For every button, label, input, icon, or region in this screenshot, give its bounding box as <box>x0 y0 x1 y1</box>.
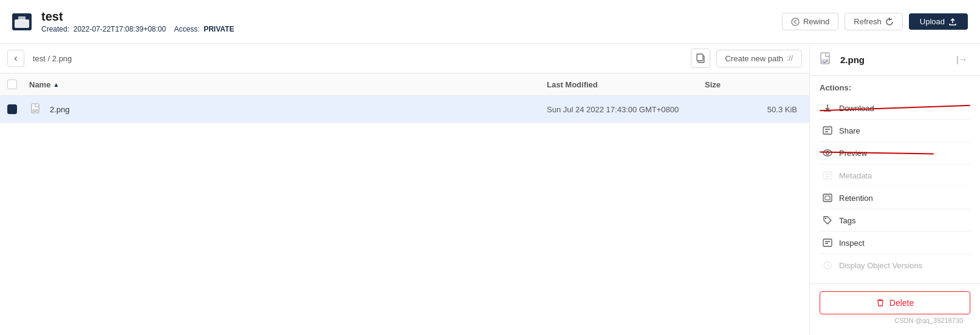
download-label: Download <box>839 104 874 113</box>
preview-icon <box>822 147 833 158</box>
watermark: CSDN @qq_39218730 <box>820 314 970 329</box>
collapse-panel-button[interactable]: |→ <box>953 51 970 68</box>
file-last-modified: Sun Jul 24 2022 17:43:00 GMT+0800 <box>547 105 705 114</box>
inspect-action[interactable]: Inspect <box>820 232 970 254</box>
row-checkbox[interactable] <box>7 104 29 114</box>
last-modified-column-header[interactable]: Last Modified <box>547 80 705 89</box>
retention-icon <box>822 192 833 203</box>
file-icon <box>29 102 44 117</box>
side-panel-title-row: 2.png <box>820 52 865 67</box>
main-area: ‹ test / 2.png Create new path :// <box>0 44 980 335</box>
tags-action[interactable]: Tags <box>820 209 970 232</box>
create-new-path-button[interactable]: Create new path :// <box>716 50 802 67</box>
collapse-icon: |→ <box>956 55 967 64</box>
svg-point-10 <box>823 150 832 156</box>
metadata-label: Metadata <box>839 171 872 180</box>
svg-rect-12 <box>823 172 832 179</box>
back-icon: ‹ <box>14 53 17 64</box>
retention-label: Retention <box>839 194 873 203</box>
share-label: Share <box>839 126 860 135</box>
svg-rect-4 <box>697 54 703 61</box>
delete-label: Delete <box>889 298 914 308</box>
select-all-checkbox[interactable] <box>7 80 29 89</box>
delete-icon <box>876 299 885 307</box>
header-left: test Created: 2022-07-22T17:08:39+08:00 … <box>12 10 234 33</box>
name-column-header[interactable]: Name ▲ <box>29 80 547 89</box>
created-value: 2022-07-22T17:08:39+08:00 <box>74 25 166 33</box>
display-object-versions-label: Display Object Versions <box>839 261 922 270</box>
preview-label: Preview <box>839 149 867 158</box>
created-label: Created: <box>41 25 69 33</box>
svg-rect-9 <box>823 127 832 134</box>
share-action[interactable]: Share <box>820 120 970 142</box>
download-action[interactable]: Download <box>820 97 970 120</box>
delete-section: Delete CSDN @qq_39218730 <box>810 283 980 335</box>
sort-arrow: ▲ <box>53 81 59 88</box>
display-object-versions-action: Display Object Versions <box>820 254 970 276</box>
rewind-icon <box>791 18 800 26</box>
path-text: test / 2.png <box>30 54 685 63</box>
bucket-title: test <box>41 10 234 24</box>
svg-rect-1 <box>18 16 26 21</box>
inspect-label: Inspect <box>839 239 865 248</box>
file-size: 50.3 KiB <box>705 105 802 114</box>
create-path-label: Create new path <box>725 54 783 63</box>
refresh-icon <box>885 18 894 26</box>
versions-icon <box>822 260 833 271</box>
svg-point-2 <box>792 18 799 25</box>
actions-label: Actions: <box>820 83 970 92</box>
copy-path-button[interactable] <box>691 49 710 68</box>
app-container: test Created: 2022-07-22T17:08:39+08:00 … <box>0 0 980 335</box>
svg-point-11 <box>826 152 829 155</box>
preview-action[interactable]: Preview <box>820 142 970 164</box>
header-meta: Created: 2022-07-22T17:08:39+08:00 Acces… <box>41 25 234 33</box>
bucket-icon <box>12 13 32 30</box>
delete-button[interactable]: Delete <box>820 291 970 314</box>
side-panel: 2.png |→ Actions: Download <box>810 44 980 335</box>
file-name: 2.png <box>50 105 70 114</box>
file-name-cell: 2.png <box>29 102 547 117</box>
file-browser: ‹ test / 2.png Create new path :// <box>0 44 810 335</box>
refresh-button[interactable]: Refresh <box>845 13 903 30</box>
back-button[interactable]: ‹ <box>7 50 24 67</box>
header-actions: Rewind Refresh Upload <box>782 13 968 30</box>
svg-rect-13 <box>823 194 832 201</box>
size-column-header[interactable]: Size <box>705 80 802 89</box>
share-icon <box>822 125 833 136</box>
download-icon <box>822 103 833 113</box>
upload-button[interactable]: Upload <box>909 13 968 30</box>
create-path-icon: :// <box>787 54 793 63</box>
table-row[interactable]: 2.png Sun Jul 24 2022 17:43:00 GMT+0800 … <box>0 96 809 123</box>
inspect-icon <box>822 237 833 248</box>
svg-point-15 <box>825 218 826 219</box>
svg-rect-14 <box>825 196 830 200</box>
access-label: Access: <box>174 25 200 33</box>
metadata-icon <box>822 170 833 181</box>
retention-action[interactable]: Retention <box>820 187 970 209</box>
tags-label: Tags <box>839 216 855 225</box>
actions-section: Actions: Download <box>810 76 980 283</box>
upload-icon <box>948 18 957 26</box>
rewind-button[interactable]: Rewind <box>782 13 838 30</box>
metadata-action: Metadata <box>820 164 970 187</box>
table-header: Name ▲ Last Modified Size <box>0 73 809 96</box>
header: test Created: 2022-07-22T17:08:39+08:00 … <box>0 0 980 44</box>
access-value: PRIVATE <box>204 25 234 33</box>
side-panel-file-icon <box>820 52 834 67</box>
path-bar: ‹ test / 2.png Create new path :// <box>0 44 809 73</box>
svg-rect-0 <box>15 19 29 28</box>
side-panel-filename: 2.png <box>840 55 865 65</box>
header-info: test Created: 2022-07-22T17:08:39+08:00 … <box>41 10 234 33</box>
copy-icon <box>696 53 705 63</box>
svg-rect-16 <box>823 239 832 246</box>
tags-icon <box>822 215 833 226</box>
svg-point-17 <box>824 262 831 269</box>
side-panel-header: 2.png |→ <box>810 44 980 76</box>
file-table: Name ▲ Last Modified Size <box>0 73 809 335</box>
